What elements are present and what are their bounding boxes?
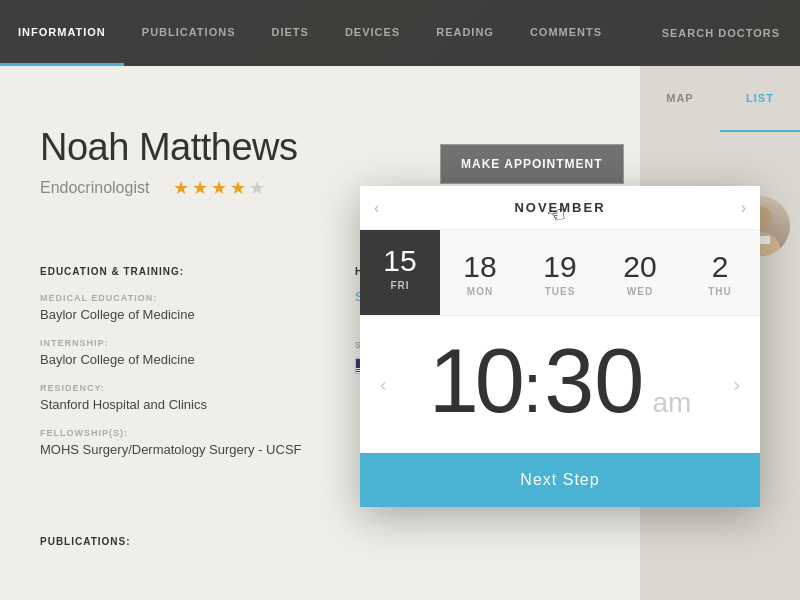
star-2: ★: [192, 177, 208, 199]
time-minutes: 30: [544, 336, 644, 426]
tab-publications[interactable]: PUBLICATIONS: [124, 0, 254, 66]
medical-education-value: Baylor College of Medicine: [40, 307, 315, 322]
education-section-label: EDUCATION & TRAINING:: [40, 266, 315, 277]
tab-reading[interactable]: READING: [418, 0, 512, 66]
main-content: MAP LIST Noah Matthews Endocrinologist ★…: [0, 66, 800, 600]
tab-diets[interactable]: DIETS: [253, 0, 326, 66]
day-18-name: MON: [467, 286, 493, 297]
star-rating: ★ ★ ★ ★ ★: [173, 177, 265, 199]
time-colon: :: [523, 353, 542, 423]
time-next-button[interactable]: ›: [723, 363, 750, 406]
day-19[interactable]: 19 TUES: [520, 230, 600, 315]
tab-comments[interactable]: COMMENTS: [512, 0, 620, 66]
tab-devices[interactable]: DEVICES: [327, 0, 418, 66]
fellowship-label: FELLOWSHIP(S):: [40, 428, 315, 438]
make-appointment-button[interactable]: MAKE APPOINTMENT: [440, 144, 624, 184]
appointment-overlay: ‹ NOVEMBER › 15 FRI 18 MON 19 TUES 20 WE…: [360, 186, 760, 507]
publications-label: PUBLICATIONS:: [40, 536, 131, 547]
day-15-name: FRI: [390, 280, 409, 291]
time-display: 10 : 30 am: [397, 336, 724, 433]
internship-label: INTERNSHIP:: [40, 338, 315, 348]
star-1: ★: [173, 177, 189, 199]
day-20-name: WED: [627, 286, 653, 297]
top-navigation: INFORMATION PUBLICATIONS DIETS DEVICES R…: [0, 0, 800, 66]
doctor-specialty: Endocrinologist: [40, 179, 149, 197]
time-period: am: [652, 387, 691, 433]
education-column: EDUCATION & TRAINING: MEDICAL EDUCATION:…: [40, 266, 315, 461]
day-15[interactable]: 15 FRI: [360, 230, 440, 315]
day-19-name: TUES: [545, 286, 576, 297]
nav-tabs: INFORMATION PUBLICATIONS DIETS DEVICES R…: [0, 0, 642, 66]
fellowship-value: MOHS Surgery/Dermatology Surgery - UCSF: [40, 442, 315, 457]
calendar-header: ‹ NOVEMBER ›: [360, 186, 760, 230]
day-18-number: 18: [463, 252, 496, 282]
medical-education-label: MEDICAL EDUCATION:: [40, 293, 315, 303]
time-prev-button[interactable]: ‹: [370, 363, 397, 406]
day-20[interactable]: 20 WED: [600, 230, 680, 315]
residency-value: Stanford Hospital and Clinics: [40, 397, 315, 412]
next-step-button[interactable]: Next Step: [360, 453, 760, 507]
calendar-next-button[interactable]: ›: [741, 199, 746, 217]
day-2[interactable]: 2 THU: [680, 230, 760, 315]
day-2-name: THU: [708, 286, 732, 297]
day-18[interactable]: 18 MON: [440, 230, 520, 315]
day-indicator: [392, 295, 408, 303]
calendar-month: NOVEMBER: [514, 200, 605, 215]
tab-map[interactable]: MAP: [640, 66, 720, 132]
day-selector: 15 FRI 18 MON 19 TUES 20 WED 2 THU: [360, 230, 760, 316]
tab-list[interactable]: LIST: [720, 66, 800, 132]
star-4: ★: [230, 177, 246, 199]
day-15-number: 15: [383, 246, 416, 276]
day-2-number: 2: [712, 252, 729, 282]
time-section: ‹ 10 : 30 am ›: [360, 316, 760, 443]
internship-value: Baylor College of Medicine: [40, 352, 315, 367]
map-list-tabs: MAP LIST: [640, 66, 800, 132]
day-20-number: 20: [623, 252, 656, 282]
residency-label: RESIDENCY:: [40, 383, 315, 393]
day-19-number: 19: [543, 252, 576, 282]
time-hours: 10: [429, 336, 521, 426]
calendar-prev-button[interactable]: ‹: [374, 199, 379, 217]
star-3: ★: [211, 177, 227, 199]
star-5: ★: [249, 177, 265, 199]
tab-information[interactable]: INFORMATION: [0, 0, 124, 66]
search-doctors-label: SEARCH DOCTORS: [642, 27, 800, 39]
